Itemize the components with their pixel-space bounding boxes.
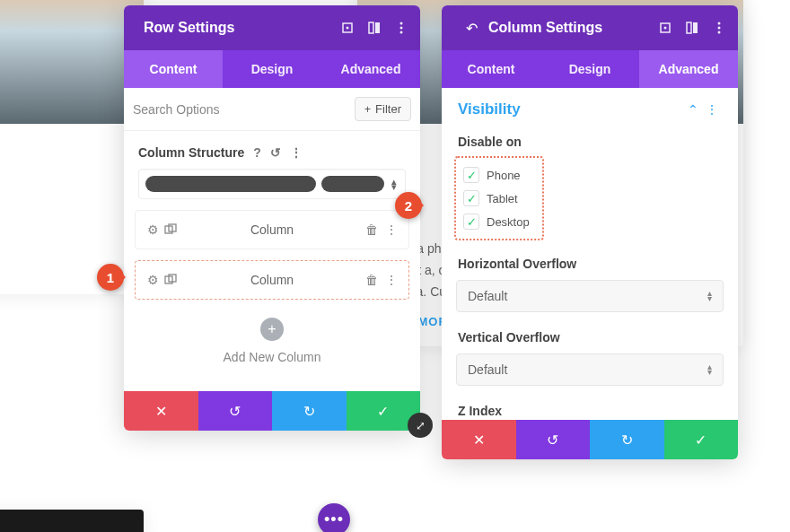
group-title: Visibility bbox=[458, 100, 684, 118]
panel-footer: ✕ ↺ ↻ ✓ bbox=[442, 420, 738, 459]
resize-handle-icon[interactable]: ⤢ bbox=[408, 413, 433, 438]
plus-icon: + bbox=[364, 103, 371, 116]
card-title: Gain More Clien bbox=[0, 124, 144, 164]
tab-advanced[interactable]: Advanced bbox=[321, 50, 420, 88]
struct-bar bbox=[145, 176, 316, 192]
reset-icon[interactable]: ↺ bbox=[270, 145, 281, 160]
column-item[interactable]: ⚙ Column 🗑 ⋮ bbox=[135, 210, 409, 249]
card-body: sum dolor sit amet, r accumsan tincidun … bbox=[0, 187, 144, 263]
more-icon[interactable] bbox=[393, 20, 409, 36]
duplicate-icon[interactable] bbox=[164, 223, 180, 236]
row-settings-panel: Row Settings Content Design Advanced +Fi… bbox=[124, 5, 420, 431]
tabs: Content Design Advanced bbox=[124, 50, 420, 88]
select-value: Default bbox=[468, 289, 707, 303]
tab-advanced[interactable]: Advanced bbox=[639, 50, 738, 88]
blog-card-left-2 bbox=[0, 510, 144, 532]
undo-button[interactable]: ↺ bbox=[198, 391, 273, 431]
svg-point-6 bbox=[400, 31, 403, 34]
svg-point-16 bbox=[718, 27, 721, 30]
expand-icon[interactable] bbox=[657, 20, 673, 36]
column-item[interactable]: ⚙ Column 🗑 ⋮ bbox=[135, 260, 409, 300]
zindex-label: Z Index bbox=[442, 395, 738, 420]
add-column: + Add New Column bbox=[124, 300, 420, 391]
svg-point-5 bbox=[400, 27, 403, 30]
svg-rect-13 bbox=[687, 22, 691, 33]
h-overflow-label: Horizontal Overflow bbox=[442, 248, 738, 275]
tab-design[interactable]: Design bbox=[540, 50, 639, 88]
tabs: Content Design Advanced bbox=[442, 50, 738, 88]
svg-rect-3 bbox=[375, 22, 380, 33]
chevron-updown-icon: ▴▾ bbox=[707, 291, 712, 301]
duplicate-icon[interactable] bbox=[164, 274, 180, 286]
v-overflow-label: Vertical Overflow bbox=[442, 321, 738, 348]
redo-button[interactable]: ↻ bbox=[590, 420, 664, 459]
checkbox[interactable]: ✓ bbox=[463, 214, 479, 230]
panel-header: ↶ Column Settings bbox=[442, 5, 738, 50]
gear-icon[interactable]: ⚙ bbox=[145, 273, 161, 287]
chevron-updown-icon: ▴▾ bbox=[707, 364, 712, 375]
checkbox[interactable]: ✓ bbox=[463, 190, 479, 206]
page-actions-fab[interactable]: ••• bbox=[318, 503, 350, 532]
select-value: Default bbox=[468, 362, 707, 377]
more-icon[interactable]: ⋮ bbox=[383, 273, 399, 287]
tab-content[interactable]: Content bbox=[442, 50, 540, 88]
snap-icon[interactable] bbox=[684, 20, 700, 36]
more-icon[interactable] bbox=[711, 20, 727, 36]
checkbox[interactable]: ✓ bbox=[463, 167, 479, 183]
disable-on-label: Disable on bbox=[442, 126, 738, 153]
card-image bbox=[0, 510, 144, 532]
more-icon[interactable]: ⋮ bbox=[702, 102, 722, 117]
panel-header: Row Settings bbox=[124, 5, 420, 50]
annotation-marker-2: 2 bbox=[395, 192, 422, 219]
checkbox-label: Phone bbox=[487, 169, 521, 182]
more-icon[interactable]: ⋮ bbox=[290, 145, 303, 160]
help-icon[interactable]: ? bbox=[253, 145, 261, 160]
snap-icon[interactable] bbox=[366, 20, 382, 36]
tab-content[interactable]: Content bbox=[124, 50, 223, 88]
cancel-button[interactable]: ✕ bbox=[442, 420, 516, 459]
card-image bbox=[0, 0, 144, 124]
column-label: Column bbox=[180, 273, 364, 287]
group-header: Visibility ⌃ ⋮ bbox=[442, 88, 738, 126]
back-icon[interactable]: ↶ bbox=[461, 20, 481, 37]
panel-footer: ✕ ↺ ↻ ✓ bbox=[124, 391, 420, 431]
tab-design[interactable]: Design bbox=[223, 50, 321, 88]
checkbox-label: Tablet bbox=[487, 192, 518, 205]
section-label-text: Column Structure bbox=[138, 145, 244, 160]
filter-button[interactable]: +Filter bbox=[355, 97, 411, 121]
svg-rect-2 bbox=[369, 22, 373, 33]
panel-title: Column Settings bbox=[481, 20, 657, 36]
disable-on-group: ✓ Phone ✓ Tablet ✓ Desktop bbox=[454, 156, 544, 240]
column-structure-selector[interactable]: ▴▾ bbox=[138, 169, 406, 199]
collapse-icon[interactable]: ⌃ bbox=[684, 102, 702, 117]
blog-card-left: Gain More Clien Nov 20, 2019 | Busine su… bbox=[0, 0, 144, 294]
column-label: Column bbox=[180, 222, 364, 237]
disable-tablet: ✓ Tablet bbox=[461, 187, 537, 210]
chevron-updown-icon: ▴▾ bbox=[390, 176, 399, 192]
annotation-marker-1: 1 bbox=[97, 264, 124, 291]
redo-button[interactable]: ↻ bbox=[272, 391, 347, 431]
svg-point-4 bbox=[400, 22, 403, 25]
more-icon[interactable]: ⋮ bbox=[383, 222, 399, 237]
svg-point-17 bbox=[718, 31, 721, 34]
add-column-label: Add New Column bbox=[124, 350, 420, 364]
delete-icon[interactable]: 🗑 bbox=[364, 222, 380, 237]
svg-point-1 bbox=[347, 27, 349, 30]
search-row: +Filter bbox=[124, 88, 420, 131]
checkbox-label: Desktop bbox=[487, 215, 530, 229]
add-column-button[interactable]: + bbox=[260, 318, 284, 341]
h-overflow-select[interactable]: Default ▴▾ bbox=[456, 280, 724, 312]
svg-point-12 bbox=[664, 27, 667, 30]
undo-button[interactable]: ↺ bbox=[516, 420, 591, 459]
v-overflow-select[interactable]: Default ▴▾ bbox=[456, 353, 724, 386]
delete-icon[interactable]: 🗑 bbox=[364, 273, 380, 287]
expand-icon[interactable] bbox=[339, 20, 356, 36]
svg-point-15 bbox=[718, 22, 721, 25]
search-input[interactable] bbox=[133, 97, 347, 121]
struct-bar bbox=[321, 176, 384, 192]
confirm-button[interactable]: ✓ bbox=[664, 420, 739, 459]
cancel-button[interactable]: ✕ bbox=[124, 391, 198, 431]
disable-desktop: ✓ Desktop bbox=[461, 210, 537, 233]
column-settings-panel: ↶ Column Settings Content Design Advance… bbox=[442, 5, 738, 459]
gear-icon[interactable]: ⚙ bbox=[145, 222, 161, 237]
